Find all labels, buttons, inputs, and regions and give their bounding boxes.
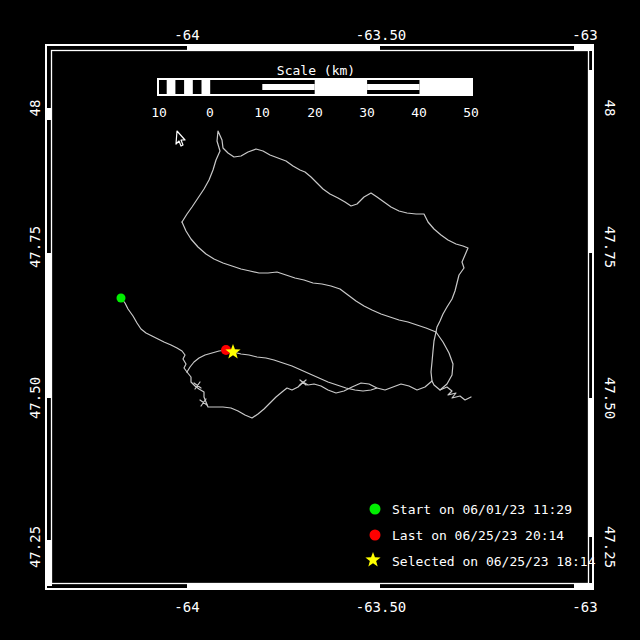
scale-seg-30-40 xyxy=(367,84,419,90)
scale-bar-title: Scale (km) xyxy=(277,63,355,78)
scale-tick-2: 10 xyxy=(254,105,270,120)
legend: Start on 06/01/23 11:29 Last on 06/25/23… xyxy=(365,502,595,569)
scale-seg-20-30 xyxy=(315,80,367,94)
right-axis-label-2: 47.75 xyxy=(602,226,618,268)
last-legend-icon xyxy=(370,530,381,541)
bottom-axis-label-3: -63 xyxy=(572,599,597,615)
legend-selected-label: Selected on 06/25/23 18:14 xyxy=(392,554,596,569)
scale-seg-40-50 xyxy=(420,80,473,94)
start-marker[interactable] xyxy=(117,294,126,303)
zebra-left-2 xyxy=(46,253,52,398)
zebra-bottom-1 xyxy=(187,583,380,589)
scale-tick-3: 20 xyxy=(307,105,323,120)
zebra-top-2 xyxy=(574,45,593,51)
scale-tick-4: 30 xyxy=(359,105,375,120)
track-segment xyxy=(432,332,453,390)
zebra-right-2 xyxy=(588,398,594,537)
right-axis-label-3: 47.50 xyxy=(602,377,618,419)
zebra-top-1 xyxy=(187,45,380,51)
map-canvas[interactable]: -64 -63.50 -63 -64 -63.50 -63 48 47.75 4… xyxy=(0,0,640,640)
right-axis-label-1: 48 xyxy=(602,100,618,117)
legend-item-selected: Selected on 06/25/23 18:14 xyxy=(365,552,595,569)
legend-item-start: Start on 06/01/23 11:29 xyxy=(370,502,573,517)
legend-start-label: Start on 06/01/23 11:29 xyxy=(392,502,572,517)
zebra-bottom-2 xyxy=(574,583,593,589)
left-axis-label-3: 47.50 xyxy=(27,377,43,419)
legend-last-label: Last on 06/25/23 20:14 xyxy=(392,528,564,543)
left-axis-label-2: 47.75 xyxy=(27,226,43,268)
scale-tick-0: 10 xyxy=(151,105,167,120)
track-segment xyxy=(194,380,306,406)
bottom-axis-label-1: -64 xyxy=(174,599,199,615)
track-segment xyxy=(121,298,187,372)
bottom-axis-label-2: -63.50 xyxy=(356,599,407,615)
scale-seg-sub3 xyxy=(202,80,211,94)
zebra-left-1 xyxy=(46,108,52,120)
selected-legend-star-icon xyxy=(365,552,380,566)
track-map-window: -64 -63.50 -63 -64 -63.50 -63 48 47.75 4… xyxy=(0,0,640,640)
scale-bar: Scale (km) 10 0 10 20 30 40 50 xyxy=(151,63,479,120)
mouse-cursor-icon xyxy=(176,131,185,146)
zebra-left-3 xyxy=(46,540,52,586)
track-segment xyxy=(182,222,436,332)
zebra-right-1 xyxy=(588,70,594,253)
start-legend-icon xyxy=(370,504,381,515)
scale-seg-sub1 xyxy=(167,80,176,94)
legend-item-last: Last on 06/25/23 20:14 xyxy=(370,528,565,543)
top-axis-label-1: -64 xyxy=(174,27,199,43)
track-paths xyxy=(121,131,471,418)
scale-tick-6: 50 xyxy=(463,105,479,120)
left-axis-label-4: 47.25 xyxy=(27,526,43,568)
track-segment xyxy=(440,387,471,400)
track-segment xyxy=(187,350,226,372)
scale-tick-5: 40 xyxy=(411,105,427,120)
track-segment xyxy=(182,131,468,418)
scale-seg-sub2 xyxy=(184,80,193,94)
scale-seg-10-20 xyxy=(262,84,314,90)
top-axis-label-2: -63.50 xyxy=(356,27,407,43)
right-axis-label-4: 47.25 xyxy=(602,526,618,568)
scale-tick-1: 0 xyxy=(206,105,214,120)
top-axis-label-3: -63 xyxy=(572,27,597,43)
left-axis-label-1: 48 xyxy=(27,100,43,117)
